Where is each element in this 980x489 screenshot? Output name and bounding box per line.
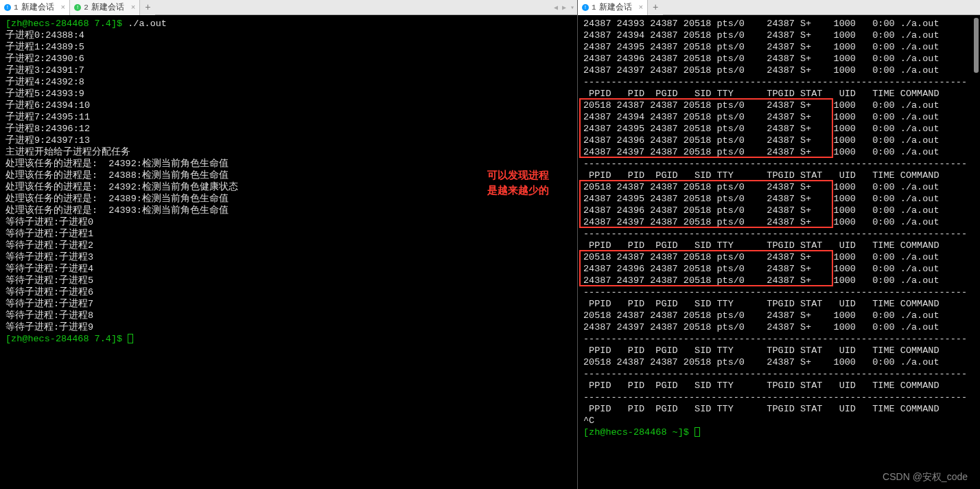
left-terminal[interactable]: [zh@hecs-284468 7.4]$ ./a.out 子进程0:24388… (0, 15, 577, 489)
tab-number: 1 (14, 3, 19, 12)
tab-status-icon: ! (74, 4, 81, 11)
tab-status-icon: ! (4, 4, 11, 11)
new-tab-button-left[interactable]: + (140, 0, 155, 15)
tab-left-0[interactable]: !1新建会话× (0, 0, 70, 15)
scrollbar-thumb[interactable] (974, 18, 979, 73)
prompt: [zh@hecs-284468 ~]$ (583, 427, 695, 437)
tab-close-icon[interactable]: × (61, 3, 66, 12)
tab-status-icon: ! (582, 4, 589, 11)
tab-label: 新建会话 (21, 1, 54, 13)
highlight-box-1 (579, 180, 833, 228)
left-terminal-pane: !1新建会话×!2新建会话× + ◀ ▶ ▾ [zh@hecs-284468 7… (0, 0, 578, 489)
tab-number: 1 (592, 3, 596, 12)
prompt: [zh@hecs-284468 7.4]$ (5, 334, 128, 344)
tab-label: 新建会话 (91, 1, 124, 13)
tab-number: 2 (84, 3, 89, 12)
annotation-text: 可以发现进程 是越来越少的 (487, 168, 549, 198)
tab-close-icon[interactable]: × (639, 3, 644, 12)
highlight-box-0 (579, 98, 833, 158)
highlight-box-2 (579, 250, 833, 286)
right-terminal[interactable]: 24387 24393 24387 20518 pts/0 24387 S+ 1… (578, 15, 980, 489)
cursor (128, 334, 133, 343)
tab-close-icon[interactable]: × (131, 3, 136, 12)
new-tab-button-right[interactable]: + (648, 0, 663, 15)
watermark: CSDN @安权_code (883, 471, 968, 484)
tab-left-1[interactable]: !2新建会话× (70, 0, 140, 15)
right-tabbar: !1新建会话× + (578, 0, 980, 15)
tab-label: 新建会话 (599, 1, 632, 13)
tab-nav-arrows[interactable]: ◀ ▶ ▾ (554, 0, 574, 15)
left-tabbar: !1新建会话×!2新建会话× + ◀ ▶ ▾ (0, 0, 577, 15)
right-terminal-pane: !1新建会话× + 24387 24393 24387 20518 pts/0 … (578, 0, 980, 489)
tab-right-0[interactable]: !1新建会话× (578, 0, 648, 15)
cursor (695, 427, 700, 437)
prompt: [zh@hecs-284468 7.4]$ (5, 19, 128, 29)
